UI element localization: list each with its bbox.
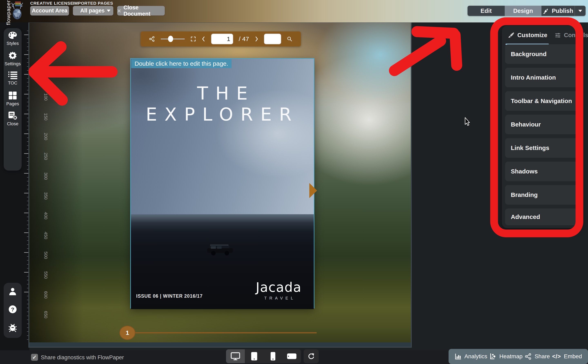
heatmap-button[interactable]: Heatmap [489,353,523,360]
panel-item-label: Toolbar & Navigation [511,98,572,104]
canvas-scrollbar-strip[interactable] [29,342,411,347]
analytics-icon [455,353,462,360]
tab-label: Controls [564,32,588,39]
tab-customize[interactable]: Customize [508,32,547,39]
next-page-icon[interactable] [255,35,258,42]
page-progress-track[interactable] [135,332,317,333]
heatmap-icon [489,353,496,360]
vertical-ruler: 0 50 100 150 200 250 300 350 400 450 500… [22,22,29,350]
publish-label: Publish [552,7,573,14]
creative-license-label: CREATIVE LICENSE [30,1,73,6]
sidebar-item-close[interactable]: Close [4,111,22,126]
flowpaper-editor: 0 50 100 150 200 250 300 350 400 450 500… [0,0,588,364]
diagnostics-label: Share diagnostics with FlowPaper [41,354,124,361]
user-icon[interactable] [4,287,22,297]
design-mode-button[interactable]: Design [505,6,542,16]
panel-item-label: Intro Animation [511,74,556,81]
close-document-button[interactable]: × Close Document [117,6,165,15]
fullscreen-icon[interactable] [191,35,196,42]
panel-item-label: Shadows [511,168,538,175]
panel-item-label: Background [511,51,547,58]
zoom-slider-thumb[interactable] [168,36,173,42]
embed-button[interactable]: </> Embed [552,353,582,360]
sidebar-item-toc[interactable]: TOC [4,71,22,86]
ruler-label: 300 [43,172,48,181]
panel-item-behaviour[interactable]: Behaviour [505,115,578,134]
tab-controls[interactable]: Controls [555,32,588,39]
all-pages-value: All pages [80,7,105,14]
panel-item-link-settings[interactable]: Link Settings [505,138,578,158]
document-close-icon [8,111,17,120]
analytics-button[interactable]: Analytics [455,353,487,360]
customize-panel: Customize Controls Background Intro Anim… [502,26,581,228]
search-icon[interactable] [287,35,292,42]
panel-item-background[interactable]: Background [505,44,578,64]
page-total-label: / 47 [239,35,249,42]
viewer-toolbar: / 47 [140,32,301,46]
sidebar-label: TOC [4,80,22,86]
panel-item-toolbar-navigation[interactable]: Toolbar & Navigation [505,91,578,111]
device-phone-landscape-button[interactable] [282,349,301,363]
publish-actions-bar: Analytics Heatmap Share </> Embed [449,349,588,364]
phone-landscape-icon [287,353,297,359]
ruler-label: 550 [43,271,48,280]
sidebar-item-settings[interactable]: Settings [4,51,22,66]
tablet-icon [251,352,258,361]
ruler-label: 200 [43,132,48,141]
ruler-label: 150 [43,112,48,121]
flowpaper-logo[interactable]: flowpaper [2,0,25,22]
bug-icon[interactable] [4,323,22,333]
mode-switcher: Edit Design Publish [468,6,586,16]
page-progress-badge[interactable]: 1 [119,326,135,340]
ruler-label: 450 [43,231,48,240]
device-desktop-button[interactable] [226,349,245,363]
ruler-label: 650 [43,310,48,319]
chevron-down-icon [107,10,111,12]
zoom-slider[interactable] [161,39,185,39]
publish-dropdown-caret[interactable] [575,6,586,16]
sidebar-footer-cluster: ? [4,283,22,338]
search-input[interactable] [264,34,281,44]
brand-name: Jacada [256,281,302,294]
device-phone-button[interactable] [264,349,282,363]
device-tablet-button[interactable] [245,349,264,363]
rocket-icon [543,8,549,14]
desktop-icon [231,352,240,360]
sidebar-item-pages[interactable]: Pages [4,91,22,106]
next-page-flip-arrow[interactable] [309,183,317,198]
sidebar-item-styles[interactable]: Styles [4,31,22,46]
device-preview-switcher [226,349,301,363]
publish-button[interactable]: Publish [542,6,575,16]
panel-item-intro-animation[interactable]: Intro Animation [505,68,578,87]
edit-hint-label: Double click here to edit this page. [131,59,231,68]
edit-mode-button[interactable]: Edit [468,6,505,16]
sliders-icon [555,32,561,39]
gear-icon [8,51,17,60]
top-bar: flowpaper CREATIVE LICENSE Account Area … [0,0,588,22]
panel-item-branding[interactable]: Branding [505,185,578,205]
refresh-preview-button[interactable] [304,349,319,363]
panel-item-shadows[interactable]: Shadows [505,162,578,181]
code-icon: </> [552,353,561,360]
mouse-cursor [465,117,469,125]
suv-photo-element [206,243,236,256]
magazine-page[interactable]: Double click here to edit this page. THE… [130,58,314,308]
action-label: Share [535,353,550,360]
palette-icon [8,31,17,39]
all-pages-dropdown[interactable]: All pages [73,6,113,15]
diagnostics-checkbox[interactable] [31,354,38,361]
action-label: Heatmap [499,353,523,360]
previous-page-icon[interactable] [202,35,205,42]
page-number-input[interactable] [211,34,233,44]
close-icon: × [117,7,121,14]
account-area-button[interactable]: Account Area [30,6,69,15]
share-icon[interactable] [149,35,155,43]
brand-logo: Jacada TRAVEL [256,281,302,300]
panel-item-label: Branding [511,191,538,198]
panel-item-advanced[interactable]: Advanced [505,208,578,225]
list-icon [8,71,17,79]
issue-line: ISSUE 06 | WINTER 2016/17 [136,293,203,299]
share-button[interactable]: Share [525,353,550,360]
help-icon[interactable]: ? [4,305,22,315]
close-document-label: Close Document [124,5,165,17]
